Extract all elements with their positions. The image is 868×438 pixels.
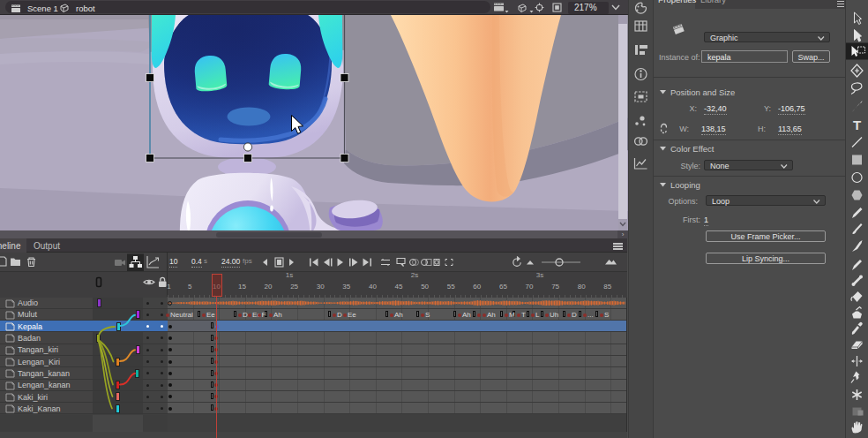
svg-text:T: T xyxy=(853,117,861,132)
